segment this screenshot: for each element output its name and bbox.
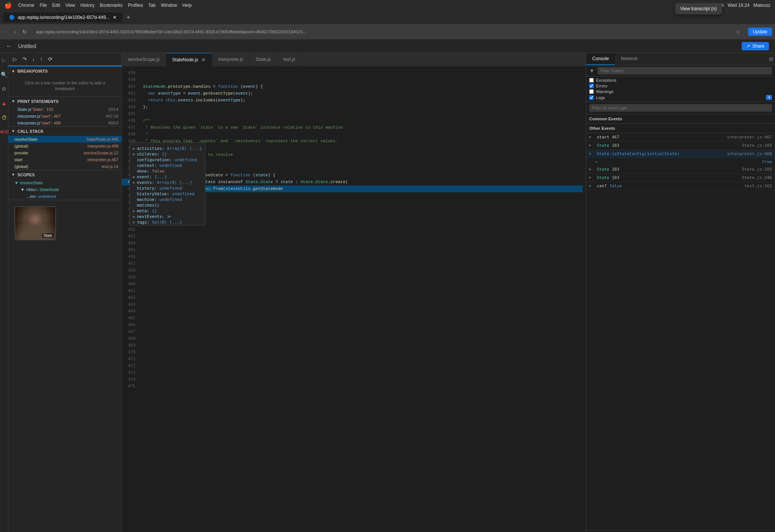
tab-interpreter[interactable]: interpreter.js	[212, 53, 250, 66]
tab-label: interpreter.js	[218, 57, 243, 62]
logs-checkbox[interactable]	[589, 95, 594, 100]
menu-profiles[interactable]: Profiles	[128, 3, 143, 8]
tab-state[interactable]: State.js	[250, 53, 277, 66]
menu-tab[interactable]: Tab	[148, 3, 156, 8]
apple-icon[interactable]: 🍎	[5, 2, 12, 9]
log-entry-0[interactable]: ▶ start 467 interpreter.js:467	[586, 133, 775, 142]
editor-tabs: serviceScope.js StateNode.js ✕ interpret…	[122, 53, 586, 67]
filter-row: ▼	[586, 65, 775, 76]
tab-title: app.replay.io/recording/14e100e2-657d-44…	[18, 15, 110, 20]
print-statements-header[interactable]: ▼ Print Statements	[8, 97, 121, 106]
call-stack-item-0[interactable]: resolveState StateNode.js:445	[8, 136, 121, 143]
menu-edit[interactable]: Edit	[52, 3, 60, 8]
tab-test[interactable]: test.js	[277, 53, 302, 66]
expand-icon-1[interactable]: ▶	[589, 143, 594, 147]
call-stack-item-3[interactable]: start interpreter.js:467	[8, 156, 121, 163]
transcript-popup[interactable]: View transcript (n)	[675, 3, 722, 14]
print-item-value-2: "start", 468	[40, 121, 61, 125]
print-item-loc-2: 468:6	[108, 121, 118, 125]
tab-servicescope[interactable]: serviceScope.js	[122, 53, 166, 66]
popup-line-9: ▶machine: undefined	[133, 197, 202, 202]
filter-output-input[interactable]	[598, 67, 772, 75]
sidebar-icon-time[interactable]: ⏱	[0, 114, 8, 122]
arrow-icon: ▼	[11, 69, 15, 73]
chrome-tab-active[interactable]: 🔵 app.replay.io/recording/14e100e2-657d-…	[3, 12, 123, 22]
breakpoints-header[interactable]: ▼ Breakpoints	[8, 67, 121, 76]
print-item-2[interactable]: interpreter.js "start", 468 468:6	[8, 120, 121, 126]
address-bar[interactable]: app.replay.io/recording/14e100e2-657d-44…	[31, 26, 731, 37]
call-stack-header[interactable]: ▼ Call stack	[8, 127, 121, 136]
popup-line-7: ▶history: undefined	[133, 185, 202, 191]
sidebar-icon-warn[interactable]: ▲	[0, 99, 8, 107]
update-btn[interactable]: Update	[748, 28, 772, 36]
mac-menubar: 🍎 Chrome File Edit View History Bookmark…	[0, 0, 775, 11]
tab-close[interactable]: ✕	[113, 15, 117, 20]
tab-label: State.js	[256, 57, 271, 62]
common-events-header[interactable]: Common Events	[586, 114, 775, 123]
expand-icon-5[interactable]: ▶	[589, 184, 594, 188]
bookmark-btn[interactable]: ☆	[733, 27, 743, 36]
sidebar-icon-search[interactable]: 🔍	[0, 70, 8, 79]
code-area[interactable]: 4294304314324334344354364374384394404414…	[122, 67, 586, 532]
warnings-checkbox[interactable]	[589, 89, 594, 94]
call-stack-item-2[interactable]: provide serviceScope.js:12	[8, 149, 121, 156]
errors-checkbox[interactable]	[589, 84, 594, 88]
log-entry-2[interactable]: ▷ State.isStateConfig(initialState) inte…	[586, 150, 775, 158]
log-entry-5[interactable]: ▶ can? false test.js:162	[586, 182, 775, 190]
event-type-input[interactable]	[589, 104, 772, 112]
print-item-file-0: State.js	[17, 107, 31, 112]
menu-help[interactable]: Help	[182, 3, 192, 8]
log-entries[interactable]: ▶ start 467 interpreter.js:467 ▶ State 1…	[586, 133, 775, 530]
share-btn[interactable]: ↗ Share	[742, 42, 769, 50]
debug-restart-btn[interactable]: ⟳	[47, 55, 54, 63]
tab-console[interactable]: Console	[586, 53, 615, 65]
forward-btn[interactable]: ›	[12, 27, 18, 36]
other-events-header[interactable]: Other Events	[586, 124, 775, 133]
reload-btn[interactable]: ↻	[20, 27, 29, 36]
print-item-loc-0: 103:4	[108, 107, 118, 112]
hover-popup: ▶activities: Array(0) [...] ▶children: {…	[129, 142, 205, 226]
print-item-1[interactable]: interpreter.js "start", 467 467:24	[8, 113, 121, 120]
back-app-btn[interactable]: ←	[6, 43, 12, 50]
expand-icon-0[interactable]: ▶	[589, 135, 594, 139]
sidebar-icon-run[interactable]: ▷	[0, 56, 8, 64]
new-tab-btn[interactable]: +	[123, 13, 134, 22]
scope-val-1: StateNode	[39, 187, 59, 192]
menu-bookmarks[interactable]: Bookmarks	[100, 3, 123, 8]
menu-view[interactable]: View	[65, 3, 75, 8]
other-events-section: Other Events	[586, 124, 775, 133]
popup-line-10: ▶matches()	[133, 202, 202, 208]
tab-network[interactable]: Network	[615, 53, 644, 65]
scope-item-0: ▼ resolveState	[8, 179, 121, 186]
close-btn[interactable]: ✕	[201, 57, 206, 63]
menu-chrome[interactable]: Chrome	[18, 3, 34, 8]
call-stack-item-4[interactable]: (global) test.js:14	[8, 163, 121, 170]
time-indicator: 10:13	[0, 129, 9, 134]
debug-step-over-btn[interactable]: ↷	[21, 55, 28, 63]
debug-step-into-btn[interactable]: ↓	[31, 55, 36, 63]
log-entry-4[interactable]: ▶ State 103 State.js:346	[586, 174, 775, 182]
menu-history[interactable]: History	[81, 3, 95, 8]
exceptions-checkbox[interactable]	[589, 78, 594, 82]
debug-continue-btn[interactable]: ▷	[11, 55, 19, 63]
popup-line-12: ▶nextEvents: ≫	[133, 214, 202, 219]
transcript-text: View transcript (n)	[680, 6, 717, 11]
menu-window[interactable]: Window	[161, 3, 177, 8]
back-btn[interactable]: ‹	[3, 27, 9, 36]
call-stack-item-1[interactable]: (global) interpreter.js:468	[8, 143, 121, 149]
panel-expand-btn[interactable]: ⊞	[767, 53, 775, 65]
scopes-header[interactable]: ▼ Scopes	[8, 170, 121, 179]
debug-step-out-btn[interactable]: ↑	[39, 55, 44, 63]
log-entry-1[interactable]: ▶ State 103 State.js:103	[586, 142, 775, 150]
filter-icon[interactable]: ▼	[589, 68, 594, 74]
print-item-0[interactable]: State.js "State", 103 103:4	[8, 106, 121, 113]
sidebar-icon-settings[interactable]: ⚙	[0, 85, 8, 93]
expand-icon-4[interactable]: ▶	[589, 175, 594, 179]
call-stack-content: resolveState StateNode.js:445 (global) i…	[8, 136, 121, 170]
exceptions-label: Exceptions	[596, 78, 616, 82]
log-entry-3[interactable]: ▶ State 103 State.js:103	[586, 165, 775, 174]
expand-icon-2[interactable]: ▷	[589, 151, 594, 156]
expand-icon-3[interactable]: ▶	[589, 167, 594, 171]
menu-file[interactable]: File	[40, 3, 47, 8]
tab-statenode[interactable]: StateNode.js ✕	[166, 53, 212, 66]
